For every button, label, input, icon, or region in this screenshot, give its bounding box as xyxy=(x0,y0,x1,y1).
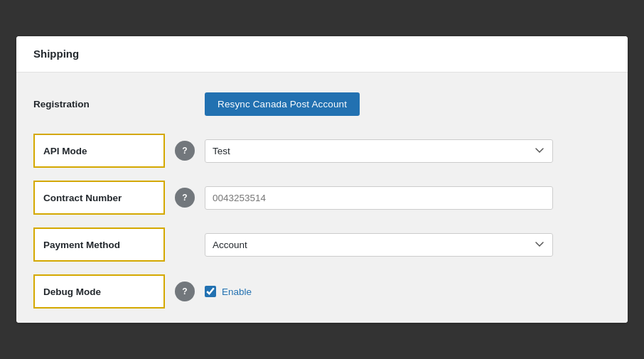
contract-number-control xyxy=(205,186,611,210)
api-mode-label-box: API Mode xyxy=(33,134,165,168)
settings-card: Shipping Registration Resync Canada Post… xyxy=(16,36,628,323)
api-mode-label: API Mode xyxy=(43,146,87,156)
debug-mode-checkbox-label[interactable]: Enable xyxy=(222,286,252,297)
contract-number-row: Contract Number ? xyxy=(33,181,611,215)
registration-control: Resync Canada Post Account xyxy=(205,92,611,116)
registration-label: Registration xyxy=(33,99,90,109)
debug-mode-label: Debug Mode xyxy=(43,286,101,297)
debug-mode-control: Enable xyxy=(205,286,611,297)
card-header: Shipping xyxy=(16,36,628,73)
payment-method-select[interactable]: Account CreditCard Other xyxy=(205,233,553,257)
contract-number-label-box: Contract Number xyxy=(33,181,165,215)
debug-mode-help-icon[interactable]: ? xyxy=(175,282,195,301)
payment-method-control: Account CreditCard Other xyxy=(205,233,611,257)
debug-mode-checkbox[interactable] xyxy=(205,286,216,297)
registration-label-container: Registration xyxy=(33,87,165,121)
api-mode-control: Test Production xyxy=(205,139,611,163)
contract-number-input[interactable] xyxy=(205,186,553,210)
resync-canada-post-button[interactable]: Resync Canada Post Account xyxy=(205,92,360,116)
debug-mode-checkbox-row: Enable xyxy=(205,286,611,297)
api-mode-select[interactable]: Test Production xyxy=(205,139,553,163)
payment-method-label: Payment Method xyxy=(43,240,120,250)
contract-number-help-icon[interactable]: ? xyxy=(175,188,195,208)
api-mode-row: API Mode ? Test Production xyxy=(33,134,611,168)
payment-method-row: Payment Method ? Account CreditCard Othe… xyxy=(33,227,611,262)
contract-number-label: Contract Number xyxy=(43,193,122,203)
debug-mode-row: Debug Mode ? Enable xyxy=(33,274,611,309)
api-mode-help-icon[interactable]: ? xyxy=(175,141,195,161)
payment-method-label-box: Payment Method xyxy=(33,227,165,262)
page-title: Shipping xyxy=(33,48,79,60)
registration-row: Registration Resync Canada Post Account xyxy=(33,87,611,121)
card-body: Registration Resync Canada Post Account … xyxy=(16,73,628,323)
debug-mode-label-box: Debug Mode xyxy=(33,274,165,309)
